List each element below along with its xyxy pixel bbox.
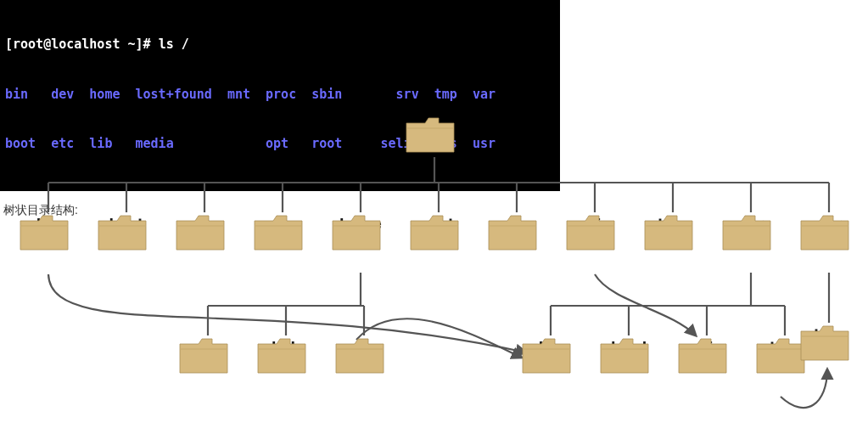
folder-home-eve-label: eve xyxy=(334,339,394,355)
folder-home-bob: bob xyxy=(256,335,316,355)
folder-var: var xyxy=(799,212,859,232)
folder-run: run xyxy=(487,212,546,232)
folder-home-bob-label: bob xyxy=(256,339,316,355)
folder-dev-label: dev xyxy=(175,216,234,232)
folder-boot-label: boot xyxy=(97,216,156,232)
shell-prompt: [root@localhost ~]# xyxy=(5,37,159,52)
folder-usr-local-label: local xyxy=(599,339,658,355)
folder-usr-bin: bin xyxy=(521,335,580,355)
folder-var-tmp: tmp xyxy=(799,323,859,342)
folder-tmp: tmp xyxy=(643,212,703,232)
folder-dev: dev xyxy=(175,212,234,232)
folder-root-label: / xyxy=(405,118,464,134)
directory-tree-diagram: / bin boot dev etc home root run sbin tm… xyxy=(0,81,868,434)
shell-command: ls / xyxy=(159,37,189,52)
folder-home-eve: eve xyxy=(334,335,394,355)
folder-sbin-label: sbin xyxy=(565,216,624,232)
folder-root-label: root xyxy=(409,216,468,232)
folder-bin: bin xyxy=(19,212,78,232)
folder-usr-bin-label: bin xyxy=(521,339,580,355)
folder-sbin: sbin xyxy=(565,212,624,232)
folder-etc: etc xyxy=(253,212,312,232)
folder-home-label: home xyxy=(331,216,390,232)
folder-tmp-label: tmp xyxy=(643,216,703,232)
terminal-line-1: [root@localhost ~]# ls / xyxy=(5,37,555,54)
folder-home-alice-label: alice xyxy=(178,339,238,355)
folder-usr-local: local xyxy=(599,335,658,355)
folder-usr-sbin: sbin xyxy=(677,335,736,355)
folder-home-alice: alice xyxy=(178,335,238,355)
folder-bin-label: bin xyxy=(19,216,78,232)
folder-etc-label: etc xyxy=(253,216,312,232)
folder-usr-label: usr xyxy=(721,216,781,232)
folder-usr-sbin-label: sbin xyxy=(677,339,736,355)
folder-var-label: var xyxy=(799,216,859,232)
folder-root: root xyxy=(409,212,468,232)
folder-boot: boot xyxy=(97,212,156,232)
folder-usr: usr xyxy=(721,212,781,232)
folder-var-tmp-label: tmp xyxy=(799,326,859,342)
page: [root@localhost ~]# ls / bin dev home lo… xyxy=(0,0,868,434)
folder-root: / xyxy=(405,115,464,134)
folder-home: home xyxy=(331,212,390,232)
folder-run-label: run xyxy=(487,216,546,232)
